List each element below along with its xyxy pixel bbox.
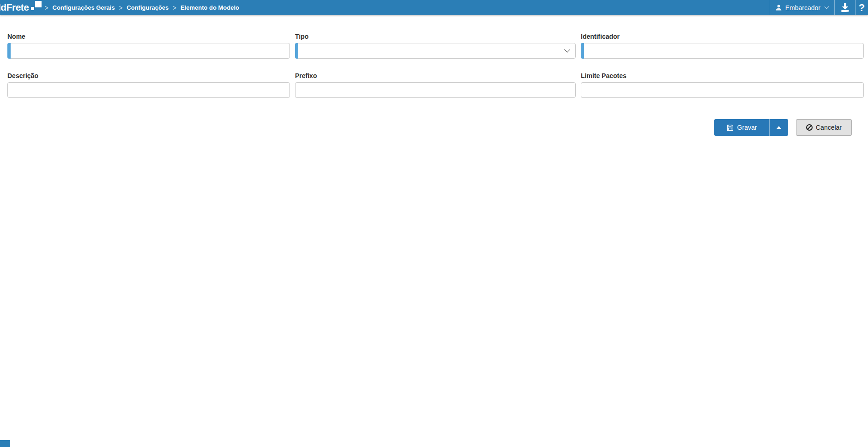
field-identificador: Identificador [581, 33, 864, 59]
save-button-label: Gravar [737, 124, 757, 131]
cancel-button[interactable]: Cancelar [796, 119, 852, 136]
breadcrumb-item-elemento-do-modelo[interactable]: Elemento do Modelo [181, 4, 239, 11]
logo-mark-small-square-icon [31, 7, 34, 10]
save-button[interactable]: Gravar [714, 119, 770, 136]
identificador-label: Identificador [581, 33, 864, 41]
prefixo-input[interactable] [295, 82, 576, 98]
field-tipo: Tipo [295, 33, 576, 59]
nome-label: Nome [7, 33, 290, 41]
save-options-caret-button[interactable] [770, 119, 788, 136]
download-button[interactable] [834, 0, 855, 15]
user-profile-menu[interactable]: Embarcador [769, 0, 834, 15]
breadcrumb-item-configuracoes-gerais[interactable]: Configurações Gerais [53, 4, 115, 11]
tipo-select[interactable] [295, 43, 576, 59]
floppy-disk-icon [727, 124, 734, 131]
field-prefixo: Prefixo [295, 72, 576, 98]
breadcrumb-item-configuracoes[interactable]: Configurações [127, 4, 169, 11]
nome-input[interactable] [7, 43, 290, 59]
user-menu-label: Embarcador [785, 4, 820, 12]
floating-widget-cutoff[interactable] [0, 440, 10, 447]
save-split-button: Gravar [714, 119, 788, 136]
help-icon: ? [859, 0, 865, 15]
elemento-do-modelo-form: Nome Tipo Identificador Descrição Prefix… [7, 33, 864, 98]
app-logo-text: ddFrete [0, 1, 29, 14]
descricao-label: Descrição [7, 72, 290, 80]
user-icon [775, 4, 782, 11]
help-button[interactable]: ? [855, 0, 868, 15]
top-navbar: ddFrete > Configurações Gerais > Configu… [0, 0, 868, 15]
breadcrumb: > Configurações Gerais > Configurações >… [45, 0, 239, 15]
breadcrumb-separator-icon: > [173, 4, 176, 12]
breadcrumb-separator-icon: > [45, 4, 48, 12]
caret-up-icon [777, 126, 781, 129]
breadcrumb-separator-icon: > [119, 4, 123, 12]
field-limite-pacotes: Limite Pacotes [581, 72, 864, 98]
tipo-label: Tipo [295, 33, 576, 41]
logo-mark-big-square-icon [35, 1, 42, 7]
field-descricao: Descrição [7, 72, 290, 98]
chevron-down-icon [825, 5, 829, 9]
field-nome: Nome [7, 33, 290, 59]
limite-pacotes-label: Limite Pacotes [581, 72, 864, 80]
limite-pacotes-input[interactable] [581, 82, 864, 98]
descricao-input[interactable] [7, 82, 290, 98]
form-actions: Gravar Cancelar [714, 119, 852, 136]
cancel-button-label: Cancelar [816, 124, 842, 131]
prefixo-label: Prefixo [295, 72, 576, 80]
download-icon [840, 3, 850, 12]
identificador-input[interactable] [581, 43, 864, 59]
ban-circle-icon [806, 124, 813, 131]
